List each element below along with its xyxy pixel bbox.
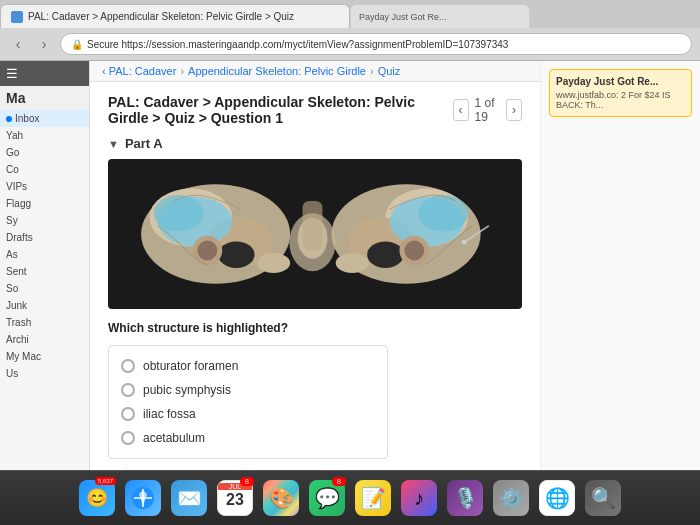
flag-label: Flagg bbox=[6, 198, 31, 209]
choice-a[interactable]: obturator foramen bbox=[121, 354, 375, 378]
sidebar-item-flag[interactable]: Flagg bbox=[0, 195, 89, 212]
radio-b[interactable] bbox=[121, 383, 135, 397]
address-bar-row: ‹ › 🔒 Secure https://session.masteringaa… bbox=[0, 28, 700, 60]
address-text: Secure https://session.masteringaandp.co… bbox=[87, 39, 508, 50]
quiz-container: PAL: Cadaver > Appendicular Skeleton: Pe… bbox=[90, 82, 540, 470]
sidebar-item-vips[interactable]: VIPs bbox=[0, 178, 89, 195]
import-label: Us bbox=[6, 368, 18, 379]
dock-spotlight[interactable]: 🔍 bbox=[582, 477, 624, 519]
launchpad-icon: 🎨 bbox=[263, 480, 299, 516]
svg-point-15 bbox=[367, 241, 403, 267]
pelvis-svg bbox=[108, 159, 522, 309]
ad-content[interactable]: Payday Just Got Re... www.justfab.co: 2 … bbox=[549, 69, 692, 117]
browser-content: ☰ Ma Inbox Yah Go Co VIPs Flagg Sy Draft… bbox=[0, 61, 700, 470]
dock-messages[interactable]: 💬 8 bbox=[306, 477, 348, 519]
ad-tab[interactable]: Payday Just Got Re... bbox=[350, 4, 530, 28]
breadcrumb-pal[interactable]: ‹ PAL: Cadaver bbox=[102, 65, 176, 77]
breadcrumb-skeleton[interactable]: Appendicular Skeleton: Pelvic Girdle bbox=[188, 65, 366, 77]
co1-label: Co bbox=[6, 164, 19, 175]
address-field[interactable]: 🔒 Secure https://session.masteringaandp.… bbox=[60, 33, 692, 55]
sidebar-item-trash[interactable]: Trash bbox=[0, 314, 89, 331]
part-label: Part A bbox=[125, 136, 163, 151]
prev-question-button[interactable]: ‹ bbox=[453, 99, 469, 121]
choice-d-label: acetabulum bbox=[143, 431, 205, 445]
archive-label: Archi bbox=[6, 334, 29, 345]
sidebar-item-sent[interactable]: Sent bbox=[0, 263, 89, 280]
vips-label: VIPs bbox=[6, 181, 27, 192]
svg-point-6 bbox=[218, 241, 254, 267]
mailbox-title: Ma bbox=[6, 90, 25, 106]
hamburger-icon[interactable]: ☰ bbox=[6, 66, 18, 81]
radio-d[interactable] bbox=[121, 431, 135, 445]
choice-d[interactable]: acetabulum bbox=[121, 426, 375, 450]
calendar-badge: 8 bbox=[240, 477, 254, 486]
sidebar-item-google[interactable]: Go bbox=[0, 144, 89, 161]
mymac-label: My Mac bbox=[6, 351, 41, 362]
spotlight-icon: 🔍 bbox=[585, 480, 621, 516]
breadcrumb-quiz[interactable]: Quiz bbox=[378, 65, 401, 77]
svg-point-23 bbox=[462, 240, 467, 245]
dock-finder[interactable]: 😊 5,637 bbox=[76, 477, 118, 519]
sidebar-item-import[interactable]: Us bbox=[0, 365, 89, 382]
sidebar-item-so[interactable]: So bbox=[0, 280, 89, 297]
choice-c[interactable]: iliac fossa bbox=[121, 402, 375, 426]
ad-body: www.justfab.co: 2 For $24 IS BACK: Th... bbox=[556, 90, 685, 110]
breadcrumb-sep1: › bbox=[180, 65, 184, 77]
sidebar-item-archive[interactable]: Archi bbox=[0, 331, 89, 348]
svg-point-5 bbox=[154, 195, 204, 231]
quiz-header: PAL: Cadaver > Appendicular Skeleton: Pe… bbox=[108, 94, 522, 126]
so-label: So bbox=[6, 283, 18, 294]
dock-chrome[interactable]: 🌐 bbox=[536, 477, 578, 519]
breadcrumb-sep2: › bbox=[370, 65, 374, 77]
dock-launchpad[interactable]: 🎨 bbox=[260, 477, 302, 519]
notes-icon: 📝 bbox=[355, 480, 391, 516]
dock-podcasts[interactable]: 🎙️ bbox=[444, 477, 486, 519]
tab-favicon bbox=[11, 11, 23, 23]
choice-b-label: pubic symphysis bbox=[143, 383, 231, 397]
sidebar-item-yahoo[interactable]: Yah bbox=[0, 127, 89, 144]
choice-a-label: obturator foramen bbox=[143, 359, 238, 373]
sidebar-item-sy[interactable]: Sy bbox=[0, 212, 89, 229]
sidebar-item-mymac[interactable]: My Mac bbox=[0, 348, 89, 365]
sidebar-item-drafts[interactable]: Drafts bbox=[0, 229, 89, 246]
google-label: Go bbox=[6, 147, 19, 158]
dock-safari[interactable] bbox=[122, 477, 164, 519]
back-button[interactable]: ‹ bbox=[8, 34, 28, 54]
sidebar-item-co1[interactable]: Co bbox=[0, 161, 89, 178]
sidebar-title-area: Ma bbox=[0, 86, 89, 110]
radio-a[interactable] bbox=[121, 359, 135, 373]
dock-music[interactable]: ♪ bbox=[398, 477, 440, 519]
active-tab[interactable]: PAL: Cadaver > Appendicular Skeleton: Pe… bbox=[0, 4, 350, 28]
as-label: As bbox=[6, 249, 18, 260]
dock-system-prefs[interactable]: ⚙️ bbox=[490, 477, 532, 519]
podcasts-icon: 🎙️ bbox=[447, 480, 483, 516]
chrome-icon: 🌐 bbox=[539, 480, 575, 516]
dock-notes[interactable]: 📝 bbox=[352, 477, 394, 519]
svg-point-18 bbox=[336, 253, 369, 273]
sidebar-item-as[interactable]: As bbox=[0, 246, 89, 263]
next-question-button[interactable]: › bbox=[506, 99, 522, 121]
choice-b[interactable]: pubic symphysis bbox=[121, 378, 375, 402]
mail-icon: ✉️ bbox=[171, 480, 207, 516]
inbox-dot bbox=[6, 116, 12, 122]
lock-icon: 🔒 bbox=[71, 39, 83, 50]
radio-c[interactable] bbox=[121, 407, 135, 421]
tab-bar: PAL: Cadaver > Appendicular Skeleton: Pe… bbox=[0, 0, 700, 28]
messages-badge: 8 bbox=[332, 477, 346, 486]
drafts-label: Drafts bbox=[6, 232, 33, 243]
question-nav: ‹ 1 of 19 › bbox=[453, 96, 522, 124]
svg-point-8 bbox=[197, 241, 217, 261]
sidebar-item-inbox[interactable]: Inbox bbox=[0, 110, 89, 127]
svg-point-14 bbox=[419, 195, 469, 231]
sidebar-item-junk[interactable]: Junk bbox=[0, 297, 89, 314]
forward-button[interactable]: › bbox=[34, 34, 54, 54]
dock-mail[interactable]: ✉️ bbox=[168, 477, 210, 519]
yahoo-label: Yah bbox=[6, 130, 23, 141]
quiz-title: PAL: Cadaver > Appendicular Skeleton: Pe… bbox=[108, 94, 453, 126]
email-sidebar: ☰ Ma Inbox Yah Go Co VIPs Flagg Sy Draft… bbox=[0, 61, 90, 470]
question-text: Which structure is highlighted? bbox=[108, 321, 522, 335]
collapse-icon[interactable]: ▼ bbox=[108, 138, 119, 150]
part-header: ▼ Part A bbox=[108, 136, 522, 151]
dock-calendar[interactable]: JUL 23 8 bbox=[214, 477, 256, 519]
svg-rect-21 bbox=[303, 201, 323, 251]
